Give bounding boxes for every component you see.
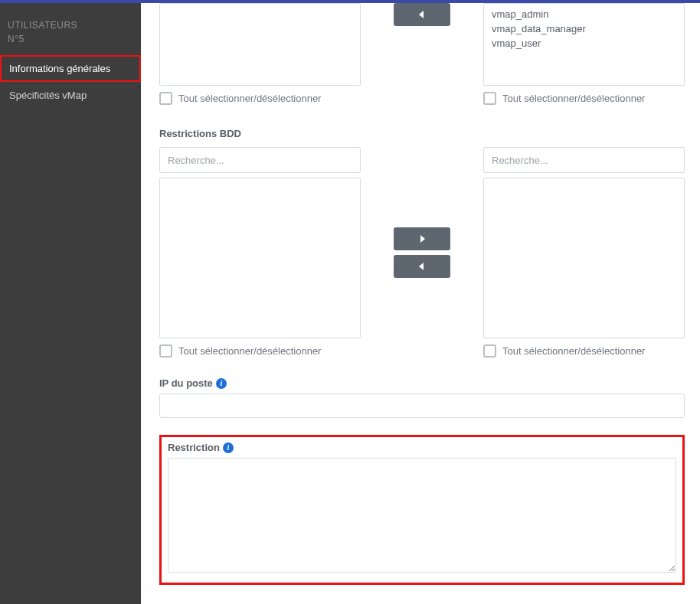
- bdd-right-listbox[interactable]: [483, 178, 685, 338]
- section-title-restrictions-bdd: Restrictions BDD: [159, 128, 685, 139]
- sidebar-header-line1: UTILISATEURS: [8, 18, 133, 32]
- bdd-left-listbox[interactable]: [159, 178, 361, 338]
- bdd-transfer-controls: [361, 147, 483, 358]
- list-item[interactable]: vmap_user: [484, 36, 684, 51]
- top-dual-list: Tout sélectionner/désélectionner vmap_ad…: [159, 3, 685, 105]
- sidebar-item-specificites-vmap[interactable]: Spécificités vMap: [0, 82, 141, 109]
- select-all-label: Tout sélectionner/désélectionner: [178, 93, 321, 104]
- select-all-label: Tout sélectionner/désélectionner: [178, 345, 321, 357]
- ip-du-poste-input[interactable]: [159, 393, 685, 418]
- restriction-textarea[interactable]: [168, 458, 676, 573]
- restriction-block-highlight: Restriction i: [159, 435, 685, 585]
- top-transfer-controls: [361, 3, 483, 105]
- checkbox-icon[interactable]: [159, 92, 172, 105]
- main-content: Tout sélectionner/désélectionner vmap_ad…: [141, 3, 700, 604]
- move-left-button[interactable]: [394, 255, 450, 278]
- checkbox-icon[interactable]: [159, 344, 172, 358]
- label-text: Restriction: [168, 442, 220, 453]
- bdd-right-select-all[interactable]: Tout sélectionner/désélectionner: [483, 344, 685, 358]
- checkbox-icon[interactable]: [483, 92, 496, 105]
- info-icon[interactable]: i: [223, 442, 234, 453]
- bdd-right-search-input[interactable]: [483, 147, 685, 173]
- top-left-listbox[interactable]: [159, 3, 361, 86]
- bdd-left-select-all[interactable]: Tout sélectionner/désélectionner: [159, 344, 361, 358]
- top-right-select-all[interactable]: Tout sélectionner/désélectionner: [483, 92, 685, 105]
- caret-right-icon: [419, 235, 425, 243]
- list-item[interactable]: vmap_admin: [484, 7, 684, 21]
- top-right-listbox[interactable]: vmap_admin vmap_data_manager vmap_user: [483, 3, 685, 86]
- top-left-select-all[interactable]: Tout sélectionner/désélectionner: [159, 92, 361, 105]
- label-ip-du-poste: IP du poste i: [159, 377, 685, 389]
- label-text: IP du poste: [159, 377, 213, 389]
- move-left-button[interactable]: [394, 3, 450, 26]
- sidebar-item-informations-generales[interactable]: Informations générales: [0, 55, 141, 82]
- move-right-button[interactable]: [394, 227, 450, 250]
- caret-left-icon: [419, 11, 425, 18]
- label-restriction: Restriction i: [168, 442, 676, 453]
- info-icon[interactable]: i: [216, 378, 227, 389]
- list-item[interactable]: vmap_data_manager: [484, 21, 684, 36]
- sidebar-item-label: Spécificités vMap: [9, 90, 87, 101]
- bdd-dual-list: Tout sélectionner/désélectionner Tout sé…: [159, 147, 685, 358]
- sidebar-item-label: Informations générales: [9, 63, 110, 74]
- sidebar-section-header: UTILISATEURS N°5: [0, 18, 141, 55]
- checkbox-icon[interactable]: [483, 344, 496, 358]
- caret-left-icon: [419, 263, 425, 270]
- bdd-left-search-input[interactable]: [159, 147, 361, 173]
- sidebar: UTILISATEURS N°5 Informations générales …: [0, 3, 141, 604]
- select-all-label: Tout sélectionner/désélectionner: [502, 93, 645, 104]
- select-all-label: Tout sélectionner/désélectionner: [502, 345, 645, 357]
- sidebar-header-line2: N°5: [8, 32, 133, 46]
